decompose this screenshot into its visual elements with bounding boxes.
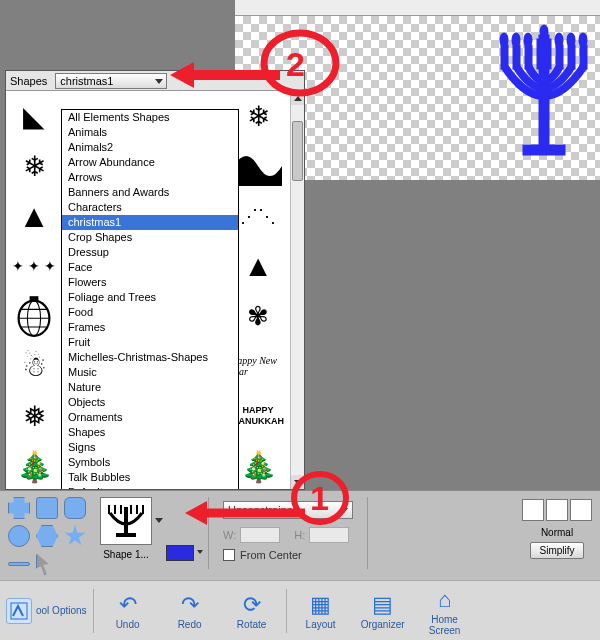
svg-rect-22 (108, 505, 110, 514)
dropdown-option[interactable]: Shapes (62, 425, 238, 440)
svg-rect-3 (526, 46, 531, 68)
redo-button[interactable]: ↷Redo (162, 591, 218, 630)
blend-swatch[interactable] (546, 499, 568, 521)
menorah-icon (106, 501, 146, 541)
rotate-button[interactable]: ⟳Rotate (224, 591, 280, 630)
svg-rect-9 (524, 146, 564, 154)
shape-preview-label: Shape 1... (100, 549, 152, 560)
horizontal-ruler (235, 0, 600, 16)
blend-swatch[interactable] (522, 499, 544, 521)
home-label: Home Screen (417, 614, 473, 636)
rotate-label: Rotate (224, 619, 280, 630)
dropdown-option[interactable]: Symbols (62, 455, 238, 470)
shape-thumb[interactable]: 🎄 (6, 441, 62, 489)
svg-rect-23 (114, 505, 116, 514)
layout-label: Layout (293, 619, 349, 630)
width-field[interactable] (240, 527, 280, 543)
shapes-scrollbar[interactable] (290, 91, 304, 489)
redo-icon: ↷ (162, 591, 218, 619)
tool-options-toggle[interactable]: ool Options (6, 598, 87, 624)
undo-button[interactable]: ↶Undo (100, 591, 156, 630)
home-screen-button[interactable]: ⌂Home Screen (417, 586, 473, 636)
dropdown-option[interactable]: Animals2 (62, 140, 238, 155)
dropdown-option[interactable]: Dressup (62, 245, 238, 260)
rotate-icon: ⟳ (224, 591, 280, 619)
ellipse-shape-tool-icon[interactable] (8, 525, 30, 547)
dropdown-option[interactable]: Flowers (62, 275, 238, 290)
dropdown-option[interactable]: Default (62, 485, 238, 489)
shape-thumb[interactable]: ✦ ✦ ✦ (6, 241, 62, 291)
from-center-checkbox[interactable] (223, 549, 235, 561)
undo-label: Undo (100, 619, 156, 630)
shape-thumb[interactable]: ☃ (6, 341, 62, 391)
shape-category-dropdown-list[interactable]: All Elements ShapesAnimalsAnimals2Arrow … (61, 109, 239, 489)
blend-swatch[interactable] (570, 499, 592, 521)
constraint-mode-dropdown[interactable]: Unconstrained (223, 501, 353, 519)
dropdown-option[interactable]: Foliage and Trees (62, 290, 238, 305)
blend-controls: Normal Simplify (522, 497, 592, 559)
home-icon: ⌂ (417, 586, 473, 614)
simplify-button[interactable]: Simplify (530, 542, 583, 559)
height-field[interactable] (309, 527, 349, 543)
svg-rect-1 (502, 46, 507, 68)
shape-thumb[interactable] (6, 291, 62, 341)
dropdown-option[interactable]: Food (62, 305, 238, 320)
divider (367, 497, 368, 569)
svg-rect-24 (120, 505, 122, 514)
organizer-icon: ▤ (355, 591, 411, 619)
shape-color-swatch[interactable] (166, 545, 194, 561)
shape-category-dropdown[interactable]: christmas1 (55, 73, 167, 89)
dropdown-option[interactable]: Music (62, 365, 238, 380)
dropdown-option[interactable]: Banners and Awards (62, 185, 238, 200)
polygon-shape-tool-icon[interactable] (36, 525, 58, 547)
current-shape-preview[interactable]: Shape 1... (100, 497, 152, 560)
tool-options-bar: Shape 1... Unconstrained W: H: From Cent… (0, 490, 600, 580)
shape-thumb[interactable]: ▲ (6, 191, 62, 241)
organizer-button[interactable]: ▤Organizer (355, 591, 411, 630)
dropdown-option[interactable]: Crop Shapes (62, 230, 238, 245)
dropdown-option[interactable]: Animals (62, 125, 238, 140)
scroll-down-arrow-icon[interactable] (291, 475, 304, 489)
dropdown-option[interactable]: All Elements Shapes (62, 110, 238, 125)
divider (286, 589, 287, 633)
dropdown-option[interactable]: christmas1 (62, 215, 238, 230)
svg-point-15 (568, 34, 574, 46)
dropdown-option[interactable]: Objects (62, 395, 238, 410)
scroll-thumb[interactable] (292, 121, 303, 181)
shape-thumb[interactable]: ◣ (6, 91, 62, 141)
selection-tool-icon[interactable] (36, 553, 54, 575)
layout-button[interactable]: ▦Layout (293, 591, 349, 630)
undo-icon: ↶ (100, 591, 156, 619)
dropdown-option[interactable]: Characters (62, 200, 238, 215)
svg-point-11 (513, 34, 519, 46)
divider (208, 497, 209, 569)
dropdown-option[interactable]: Talk Bubbles (62, 470, 238, 485)
shapes-label: Shapes (10, 75, 49, 87)
scroll-up-arrow-icon[interactable] (291, 91, 304, 105)
shape-thumb[interactable]: ❄ (6, 141, 62, 191)
dropdown-option[interactable]: Signs (62, 440, 238, 455)
dropdown-option[interactable]: Fruit (62, 335, 238, 350)
line-shape-tool-icon[interactable] (8, 562, 30, 566)
dropdown-option[interactable]: Ornaments (62, 410, 238, 425)
custom-shape-tool-icon[interactable] (8, 497, 30, 519)
svg-rect-20 (124, 507, 128, 533)
svg-rect-7 (581, 46, 586, 68)
svg-rect-28 (11, 603, 27, 619)
dropdown-option[interactable]: Arrows (62, 170, 238, 185)
svg-point-14 (556, 34, 562, 46)
dropdown-option[interactable]: Frames (62, 320, 238, 335)
dropdown-option[interactable]: Nature (62, 380, 238, 395)
menorah-shape-on-canvas[interactable] (494, 16, 594, 166)
dropdown-option[interactable]: Michelles-Christmas-Shapes (62, 350, 238, 365)
divider (93, 589, 94, 633)
rect-shape-tool-icon[interactable] (36, 497, 58, 519)
svg-rect-26 (136, 505, 138, 514)
dropdown-option[interactable]: Face (62, 260, 238, 275)
star-shape-tool-icon[interactable] (64, 525, 86, 547)
shape-thumb[interactable]: ❅ (6, 391, 62, 441)
svg-rect-6 (569, 46, 574, 68)
roundrect-shape-tool-icon[interactable] (64, 497, 86, 519)
svg-rect-2 (514, 46, 519, 68)
dropdown-option[interactable]: Arrow Abundance (62, 155, 238, 170)
